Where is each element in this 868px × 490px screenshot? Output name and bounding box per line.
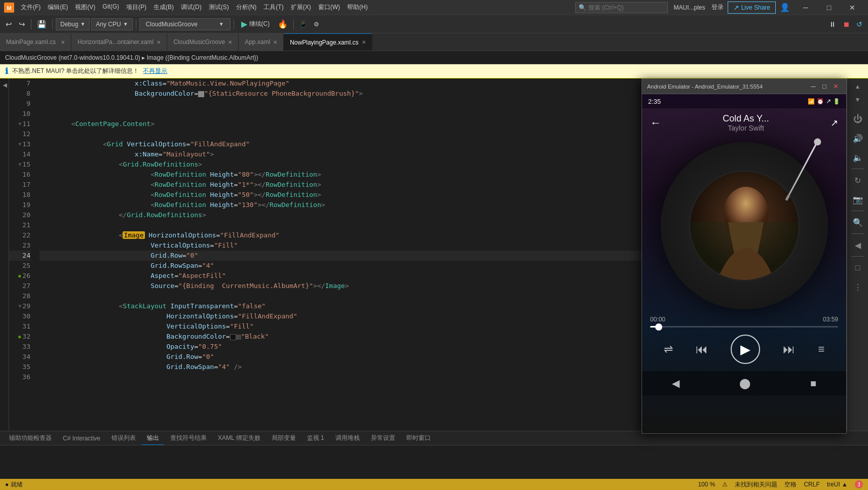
bottom-tab-accessibility[interactable]: 辅助功能检查器 xyxy=(4,432,57,444)
album-art-container xyxy=(658,140,831,312)
tab-horizontalpa-close[interactable]: ✕ xyxy=(157,39,161,45)
login-button[interactable]: 登录 xyxy=(711,3,724,12)
ln-12: 12 xyxy=(9,129,30,139)
menu-tools[interactable]: 工具(T) xyxy=(260,1,287,14)
emu-maximize-btn[interactable]: □ xyxy=(819,81,830,92)
emu-back-btn[interactable]: ◀ xyxy=(849,236,867,254)
tab-nowplaying[interactable]: NowPlayingPage.xaml.cs ✕ xyxy=(284,33,372,51)
share-button[interactable]: ↗ xyxy=(831,117,838,129)
tab-cloudmusicgroove[interactable]: CloudMusicGroove ✕ xyxy=(167,33,239,51)
stop-icon[interactable]: ⏹ xyxy=(840,19,852,30)
search-icon: 🔍 xyxy=(579,4,586,11)
bottom-tab-findresults[interactable]: 查找符号结果 xyxy=(165,432,212,444)
phone-nav-back[interactable]: ◀ xyxy=(672,377,680,389)
live-share-button[interactable]: ↗ Live Share xyxy=(728,2,776,14)
bottom-tab-xaml[interactable]: XAML 绑定失败 xyxy=(213,432,266,444)
bottom-tab-errors[interactable]: 错误列表 xyxy=(106,432,141,444)
emu-minimize-btn[interactable]: ─ xyxy=(808,81,819,92)
win-minimize[interactable]: ─ xyxy=(794,0,817,15)
bottom-tab-exceptions[interactable]: 异常设置 xyxy=(366,432,400,444)
win-close[interactable]: ✕ xyxy=(841,0,864,15)
emu-rotate-btn[interactable]: ↻ xyxy=(849,171,867,189)
progress-bar-track[interactable] xyxy=(650,326,838,328)
tab-cloudmusicgroove-close[interactable]: ✕ xyxy=(228,39,232,45)
shuffle-button[interactable]: ⇌ xyxy=(664,343,673,356)
menu-file[interactable]: 文件(F) xyxy=(17,1,44,14)
playlist-button[interactable]: ≡ xyxy=(818,343,824,356)
emu-ellipsis-btn[interactable]: ⋮ xyxy=(849,278,867,296)
restart-icon[interactable]: ↺ xyxy=(854,19,865,30)
next-button[interactable]: ⏭ xyxy=(783,342,795,356)
emu-square-btn[interactable]: □ xyxy=(849,259,867,277)
debug-icon[interactable]: ▶ xyxy=(1,80,8,91)
debug-config-label: Debug xyxy=(60,21,78,28)
undo-btn[interactable]: ↩ xyxy=(3,18,15,30)
redo-btn[interactable]: ↪ xyxy=(16,18,28,30)
bottom-tab-immediate[interactable]: 即时窗口 xyxy=(401,432,436,444)
prev-button[interactable]: ⏮ xyxy=(696,342,708,356)
hot-reload-btn[interactable]: 🔥 xyxy=(275,18,290,30)
ln-35: 35 xyxy=(9,362,30,372)
phone-wifi-icon: ↗ xyxy=(826,98,831,105)
devices-icon[interactable]: 📱 xyxy=(297,19,310,29)
emu-power-btn[interactable]: ⏻ xyxy=(849,110,867,128)
notification-close-link[interactable]: 不再显示 xyxy=(143,67,167,75)
needle-head xyxy=(812,137,822,147)
emu-vol-down-btn[interactable]: 🔈 xyxy=(849,148,867,167)
platform-dropdown[interactable]: Any CPU ▼ xyxy=(91,18,132,30)
menu-analyze[interactable]: 分析(N) xyxy=(233,1,260,14)
save-btn[interactable]: 💾 xyxy=(34,18,49,30)
play-pause-button[interactable]: ▶ xyxy=(731,335,760,364)
emu-screenshot-btn[interactable]: 📷 xyxy=(849,190,867,209)
menu-git[interactable]: Git(G) xyxy=(99,1,123,14)
emu-scroll-down[interactable]: ▼ xyxy=(849,94,867,106)
emu-vol-up-btn[interactable]: 🔊 xyxy=(849,129,867,147)
menu-extensions[interactable]: 扩展(X) xyxy=(287,1,315,14)
pause-icon[interactable]: ⏸ xyxy=(826,19,839,30)
toolbar-sep2 xyxy=(52,19,53,29)
bottom-tab-locals[interactable]: 局部变量 xyxy=(267,432,301,444)
ln-27: 27 xyxy=(9,281,30,291)
menu-window[interactable]: 窗口(W) xyxy=(315,1,344,14)
menu-view[interactable]: 视图(V) xyxy=(71,1,99,14)
settings-icon[interactable]: ⚙ xyxy=(311,19,322,29)
menu-project[interactable]: 项目(P) xyxy=(123,1,150,14)
menu-help[interactable]: 帮助(H) xyxy=(344,1,371,14)
emu-close-btn[interactable]: ✕ xyxy=(830,81,841,92)
tab-nowplaying-close[interactable]: ✕ xyxy=(362,39,366,45)
bottom-tab-csharp[interactable]: C# Interactive xyxy=(58,433,105,444)
ln-29: ▼29 xyxy=(9,301,30,311)
back-button[interactable]: ← xyxy=(650,116,661,130)
ln-30: 30 xyxy=(9,311,30,321)
project-dropdown[interactable]: CloudMusicGroove ▼ xyxy=(139,18,231,30)
search-input[interactable] xyxy=(588,4,664,11)
build-badge: 3 xyxy=(855,480,863,488)
tab-appxaml-close[interactable]: ✕ xyxy=(273,39,277,45)
bottom-tab-watch[interactable]: 监视 1 xyxy=(302,432,329,444)
ln-15: ▼15 xyxy=(9,159,30,170)
win-maximize[interactable]: □ xyxy=(817,0,841,15)
menu-edit[interactable]: 编辑(E) xyxy=(44,1,71,14)
tab-horizontalpa[interactable]: HorizontalPa...ontainer.xaml ✕ xyxy=(71,33,167,51)
bottom-tab-output[interactable]: 输出 xyxy=(142,432,164,445)
debug-config-dropdown[interactable]: Debug ▼ xyxy=(56,18,90,30)
menu-test[interactable]: 测试(S) xyxy=(205,1,233,14)
song-title-display: Cold As Y... xyxy=(661,113,831,124)
bottom-tab-callstack[interactable]: 调用堆栈 xyxy=(330,432,365,444)
tab-nowplaying-label: NowPlayingPage.xaml.cs xyxy=(290,39,358,46)
phone-nav-home[interactable]: ⬤ xyxy=(739,377,750,389)
phone-nav-recents[interactable]: ■ xyxy=(810,378,816,389)
project-label: CloudMusicGroove xyxy=(146,21,198,28)
progress-thumb[interactable] xyxy=(655,323,662,331)
tab-mainpage[interactable]: MainPage.xaml.cs ✕ xyxy=(0,33,71,51)
menu-debug[interactable]: 调试(D) xyxy=(177,1,205,14)
emu-scroll-up[interactable]: ▲ xyxy=(849,80,867,93)
status-right: 100 % ⚠ 未找到相关问题 空格 CRLF treUI ▲ 3 xyxy=(698,480,863,489)
play-icon: ▶ xyxy=(241,19,247,29)
tab-mainpage-close[interactable]: ✕ xyxy=(61,39,65,45)
run-btn[interactable]: ▶ 继续(C) xyxy=(237,18,274,30)
ln-31: 31 xyxy=(9,321,30,332)
tab-appxaml[interactable]: App.xaml ✕ xyxy=(239,33,284,51)
emu-zoom-in-btn[interactable]: 🔍 xyxy=(849,213,867,231)
menu-build[interactable]: 生成(B) xyxy=(150,1,177,14)
